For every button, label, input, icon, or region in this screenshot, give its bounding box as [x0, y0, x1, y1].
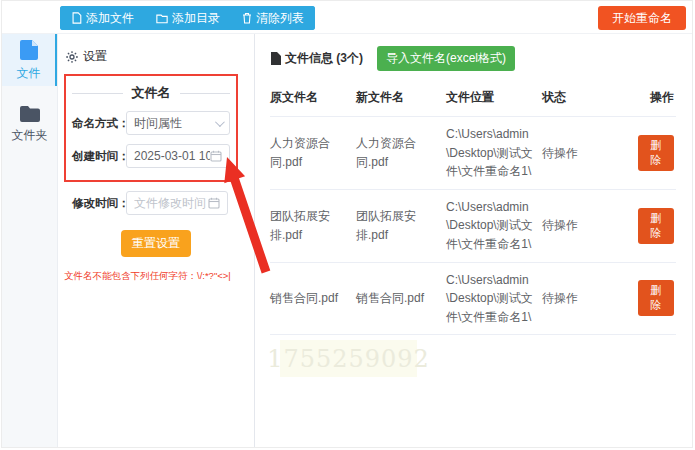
- original-name-cell: 人力资源合同.pdf: [270, 117, 356, 190]
- col-original-name: 原文件名: [270, 79, 356, 117]
- sidebar-item-folders[interactable]: 文件夹: [2, 98, 57, 150]
- start-rename-button[interactable]: 开始重命名: [598, 6, 686, 30]
- gear-icon: [66, 51, 78, 63]
- folder-icon: [18, 104, 42, 124]
- table-row: 团队拓展安排.pdf 团队拓展安排.pdf C:\Users\admin\Des…: [270, 189, 676, 262]
- table-row: 销售合同.pdf 销售合同.pdf C:\Users\admin\Desktop…: [270, 262, 676, 335]
- toolbar: 添加文件 添加目录 清除列表 开始重命名: [2, 1, 692, 34]
- file-path-cell: C:\Users\admin\Desktop\测试文件\文件重命名1\: [446, 117, 542, 190]
- file-icon: [18, 38, 40, 62]
- add-directory-button[interactable]: 添加目录: [145, 6, 231, 30]
- sidebar-item-files[interactable]: 文件: [2, 34, 57, 86]
- sidebar-item-files-label: 文件: [17, 65, 41, 82]
- status-cell: 待操作: [542, 117, 638, 190]
- naming-method-label: 命名方式：: [72, 116, 126, 131]
- file-list-panel: 文件信息 (3个) 导入文件名(excel格式) 原文件名 新文件名 文件位置 …: [256, 34, 692, 447]
- original-name-cell: 团队拓展安排.pdf: [270, 189, 356, 262]
- col-location: 文件位置: [446, 79, 542, 117]
- clear-list-label: 清除列表: [256, 10, 304, 27]
- clear-list-button[interactable]: 清除列表: [231, 6, 315, 30]
- reset-settings-button[interactable]: 重置设置: [121, 230, 191, 257]
- table-row: 人力资源合同.pdf 人力资源合同.pdf C:\Users\admin\Des…: [270, 117, 676, 190]
- add-directory-label: 添加目录: [172, 10, 220, 27]
- col-status: 状态: [542, 79, 638, 117]
- add-file-button[interactable]: 添加文件: [60, 6, 145, 30]
- file-add-icon: [71, 12, 82, 24]
- col-operation: 操作: [638, 79, 676, 117]
- file-path-cell: C:\Users\admin\Desktop\测试文件\文件重命名1\: [446, 262, 542, 335]
- modified-time-label: 修改时间：: [72, 196, 126, 211]
- table-header-row: 原文件名 新文件名 文件位置 状态 操作: [270, 79, 676, 117]
- naming-method-select[interactable]: 时间属性: [126, 111, 230, 135]
- new-name-cell: 团队拓展安排.pdf: [356, 189, 446, 262]
- watermark: 1755259092: [280, 340, 417, 377]
- add-file-label: 添加文件: [86, 10, 134, 27]
- file-table: 原文件名 新文件名 文件位置 状态 操作 人力资源合同.pdf 人力资源合同.p…: [270, 79, 676, 335]
- modified-time-input[interactable]: [134, 196, 208, 210]
- annotation-red-box: 文件名 命名方式： 时间属性 创建时间：: [64, 74, 238, 182]
- filename-warning-text: 文件名不能包含下列任何字符：\/:*?"<>|: [64, 270, 252, 283]
- calendar-icon[interactable]: [210, 150, 222, 162]
- document-icon: [270, 52, 281, 65]
- sidebar-item-folders-label: 文件夹: [12, 127, 48, 144]
- col-new-name: 新文件名: [356, 79, 446, 117]
- chevron-down-icon: [215, 117, 225, 127]
- settings-header: 设置: [58, 48, 254, 65]
- created-time-field: [126, 144, 230, 168]
- status-cell: 待操作: [542, 262, 638, 335]
- created-time-input[interactable]: [134, 149, 210, 163]
- calendar-icon[interactable]: [208, 197, 220, 209]
- trash-icon: [242, 12, 252, 24]
- delete-button[interactable]: 删除: [638, 280, 674, 316]
- new-name-cell: 人力资源合同.pdf: [356, 117, 446, 190]
- modified-time-field: [126, 191, 228, 215]
- settings-header-label: 设置: [83, 48, 107, 65]
- filename-group-legend: 文件名: [72, 84, 230, 102]
- created-time-label: 创建时间：: [72, 149, 126, 164]
- settings-panel: 设置 文件名 命名方式： 时间属性 创建时间：: [58, 34, 255, 447]
- import-filenames-button[interactable]: 导入文件名(excel格式): [377, 46, 515, 71]
- naming-method-value: 时间属性: [134, 115, 215, 132]
- toolbar-button-group: 添加文件 添加目录 清除列表: [60, 6, 315, 30]
- new-name-cell: 销售合同.pdf: [356, 262, 446, 335]
- file-info-title: 文件信息 (3个): [270, 50, 363, 67]
- sidebar: 文件 文件夹: [2, 34, 58, 447]
- app-window: 添加文件 添加目录 清除列表 开始重命名 文件: [1, 0, 693, 448]
- file-info-label: 文件信息 (3个): [285, 50, 363, 67]
- original-name-cell: 销售合同.pdf: [270, 262, 356, 335]
- file-path-cell: C:\Users\admin\Desktop\测试文件\文件重命名1\: [446, 189, 542, 262]
- delete-button[interactable]: 删除: [638, 135, 674, 171]
- delete-button[interactable]: 删除: [638, 208, 674, 244]
- folder-add-icon: [156, 13, 168, 24]
- filename-group-title: 文件名: [132, 84, 171, 102]
- status-cell: 待操作: [542, 189, 638, 262]
